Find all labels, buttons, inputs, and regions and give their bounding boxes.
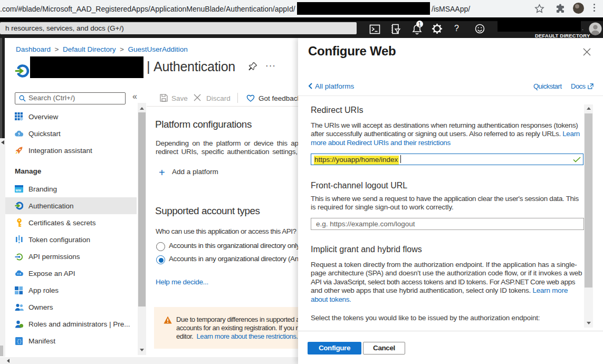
svg-text:{}: {} bbox=[17, 339, 22, 344]
svg-text:ww: ww bbox=[15, 188, 22, 192]
